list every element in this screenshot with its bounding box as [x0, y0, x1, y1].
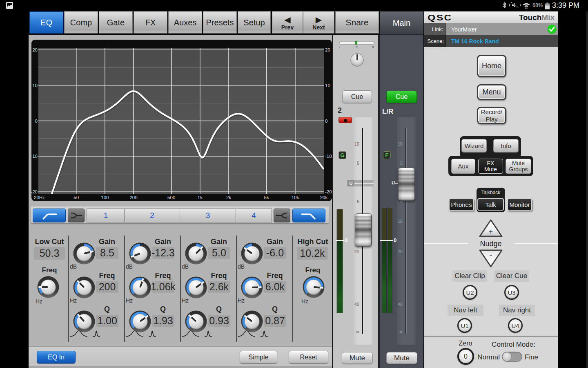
svg-text:1k: 1k — [198, 195, 203, 200]
svg-text:10k: 10k — [292, 195, 299, 200]
svg-text:-: - — [490, 250, 492, 259]
svg-text:+: + — [489, 228, 493, 236]
svg-text:20: 20 — [32, 47, 38, 52]
svg-text:0: 0 — [35, 119, 38, 123]
svg-text:-20: -20 — [31, 189, 38, 194]
svg-text:500: 500 — [167, 195, 175, 200]
svg-text:10: 10 — [325, 83, 330, 88]
svg-text:-20: -20 — [325, 189, 332, 194]
svg-text:200: 200 — [129, 195, 137, 200]
svg-text:68%: 68% — [532, 2, 543, 8]
svg-text:20k: 20k — [320, 195, 328, 200]
svg-text:0: 0 — [325, 119, 327, 123]
svg-text:5k: 5k — [264, 195, 269, 200]
svg-text:-10: -10 — [325, 154, 332, 159]
svg-text:50: 50 — [74, 195, 79, 200]
svg-text:20: 20 — [325, 47, 330, 52]
svg-text:10: 10 — [32, 83, 38, 88]
svg-text:20Hz: 20Hz — [34, 195, 45, 200]
svg-text:100: 100 — [101, 195, 109, 200]
svg-text:-10: -10 — [31, 154, 38, 159]
svg-text:2k: 2k — [226, 195, 231, 200]
